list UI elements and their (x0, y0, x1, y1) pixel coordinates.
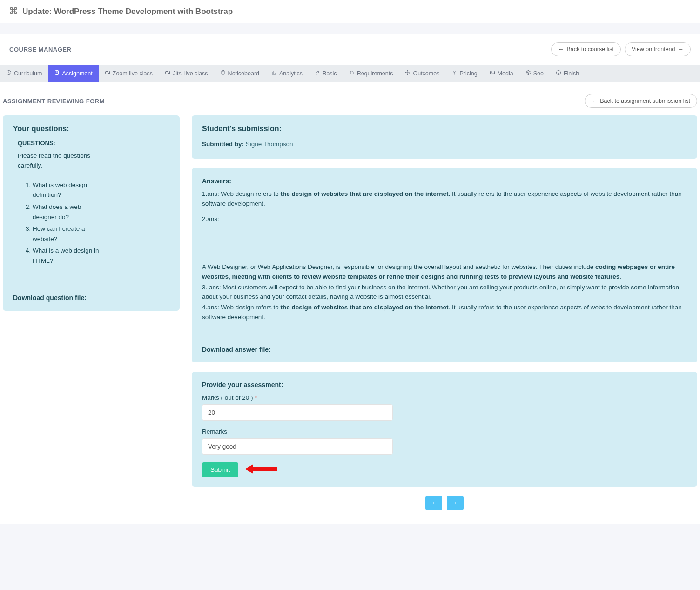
file-icon (54, 70, 60, 77)
questions-note: Please read the questions carefully. (18, 151, 92, 171)
back-to-submission-list-label: Back to assignment submission list (600, 98, 690, 104)
tab-curriculum[interactable]: Curriculum (0, 65, 48, 82)
check-icon (556, 70, 561, 77)
annotation-arrow (245, 463, 277, 477)
arrow-right-icon (453, 500, 458, 507)
tab-label: Curriculum (14, 70, 42, 77)
assessment-panel: Provide your assessment: Marks ( out of … (192, 372, 697, 487)
question-item: What does a web designer do? (33, 202, 101, 222)
tab-label: Pricing (459, 70, 477, 77)
tabs-bar: Curriculum Assignment Zoom live class Ji… (0, 65, 700, 82)
questions-heading: Your questions: (13, 125, 169, 133)
tab-label: Zoom live class (113, 70, 153, 77)
tab-label: Noticeboard (228, 70, 259, 77)
arrow-left-icon: ← (558, 46, 564, 53)
svg-rect-2 (105, 72, 108, 74)
download-answer-file-label: Download answer file: (202, 346, 687, 353)
remarks-input[interactable] (202, 438, 393, 455)
section-header: ASSIGNMENT REVIEWING FORM ← Back to assi… (3, 90, 697, 115)
tab-outcomes[interactable]: Outcomes (399, 65, 445, 82)
tab-label: Basic (323, 70, 337, 77)
remarks-label: Remarks (202, 428, 687, 435)
pager-next-button[interactable] (447, 496, 464, 510)
currency-icon (451, 70, 457, 77)
back-to-course-list-button[interactable]: ← Back to course list (551, 42, 621, 56)
tab-media[interactable]: Media (484, 65, 519, 82)
pager (192, 496, 697, 510)
back-to-course-list-label: Back to course list (566, 46, 613, 53)
tab-label: Requirements (357, 70, 393, 77)
tab-zoom-live-class[interactable]: Zoom live class (99, 65, 159, 82)
view-on-frontend-button[interactable]: View on frontend → (625, 42, 691, 56)
back-to-submission-list-button[interactable]: ← Back to assignment submission list (585, 94, 697, 108)
svg-point-8 (556, 71, 560, 75)
answer-3: 3. ans: Most customers will expect to be… (202, 283, 687, 302)
questions-subheading: QUESTIONS: (18, 140, 169, 147)
gear-icon (525, 70, 531, 77)
tab-label: Analytics (279, 70, 303, 77)
tab-label: Jitsi live class (173, 70, 208, 77)
bell-icon (349, 70, 355, 77)
tab-analytics[interactable]: Analytics (265, 65, 309, 82)
assessment-heading: Provide your assessment: (202, 381, 687, 389)
section-title: ASSIGNMENT REVIEWING FORM (3, 98, 105, 105)
tab-requirements[interactable]: Requirements (343, 65, 399, 82)
arrow-left-icon: ← (592, 98, 598, 104)
spacer (202, 230, 687, 262)
questions-list: What is web design definition? What does… (18, 180, 101, 266)
answer-2-body: A Web Designer, or Web Applications Desi… (202, 262, 687, 282)
tab-label: Seo (533, 70, 544, 77)
question-item: What is a web design in HTML? (33, 246, 101, 266)
arrow-right-icon: → (678, 46, 684, 53)
svg-rect-3 (165, 72, 168, 74)
content-area: ASSIGNMENT REVIEWING FORM ← Back to assi… (0, 82, 700, 524)
tab-assignment[interactable]: Assignment (48, 65, 98, 82)
tab-label: Media (498, 70, 513, 77)
marks-input[interactable] (202, 404, 393, 421)
svg-rect-5 (490, 71, 494, 74)
right-column: Student's submission: Submitted by: Sign… (192, 115, 697, 510)
answer-4: 4.ans: Web design refers to the design o… (202, 303, 687, 322)
svg-marker-9 (245, 464, 277, 474)
pager-prev-button[interactable] (425, 496, 442, 510)
answer-4-bold: the design of websites that are displaye… (281, 304, 449, 311)
leaf-icon (315, 70, 320, 77)
course-manager-label: COURSE MANAGER (9, 46, 71, 53)
page-title: Update: WordPress Theme Development with… (22, 7, 233, 16)
command-icon (9, 7, 18, 16)
answer-1-prefix: 1.ans: Web design refers to (202, 190, 281, 197)
question-item: What is web design definition? (33, 180, 101, 200)
answer-4-prefix: 4.ans: Web design refers to (202, 304, 281, 311)
answer-2-label: 2.ans: (202, 215, 687, 224)
marks-label-text: Marks ( out of 20 ) (202, 394, 253, 401)
clipboard-icon (220, 70, 226, 77)
tab-seo[interactable]: Seo (519, 65, 550, 82)
view-on-frontend-label: View on frontend (632, 46, 675, 53)
image-icon (490, 70, 495, 77)
submitted-by-name: Signe Thompson (246, 141, 293, 148)
submitted-by-label: Submitted by: (202, 141, 244, 148)
clock-icon (6, 70, 12, 77)
required-asterisk: * (255, 394, 257, 401)
tab-label: Finish (564, 70, 579, 77)
tab-jitsi-live-class[interactable]: Jitsi live class (159, 65, 214, 82)
two-column-layout: Your questions: QUESTIONS: Please read t… (3, 115, 697, 510)
answer-1: 1.ans: Web design refers to the design o… (202, 189, 687, 209)
answers-heading: Answers: (202, 177, 687, 185)
page-header: Update: WordPress Theme Development with… (0, 0, 700, 23)
arrow-left-icon (431, 500, 436, 507)
answer-2-prefix: A Web Designer, or Web Applications Desi… (202, 263, 595, 270)
tab-noticeboard[interactable]: Noticeboard (214, 65, 265, 82)
tab-finish[interactable]: Finish (550, 65, 585, 82)
course-manager-bar: COURSE MANAGER ← Back to course list Vie… (0, 34, 700, 65)
video-icon (165, 70, 170, 77)
submission-heading: Student's submission: (202, 125, 687, 133)
tab-pricing[interactable]: Pricing (445, 65, 483, 82)
answers-panel: Answers: 1.ans: Web design refers to the… (192, 168, 697, 362)
tab-basic[interactable]: Basic (309, 65, 343, 82)
question-item: How can I create a website? (33, 224, 101, 244)
course-manager-actions: ← Back to course list View on frontend → (551, 42, 691, 56)
submit-button[interactable]: Submit (202, 462, 238, 477)
download-question-file-label: Download question file: (13, 294, 169, 302)
video-icon (105, 70, 110, 77)
